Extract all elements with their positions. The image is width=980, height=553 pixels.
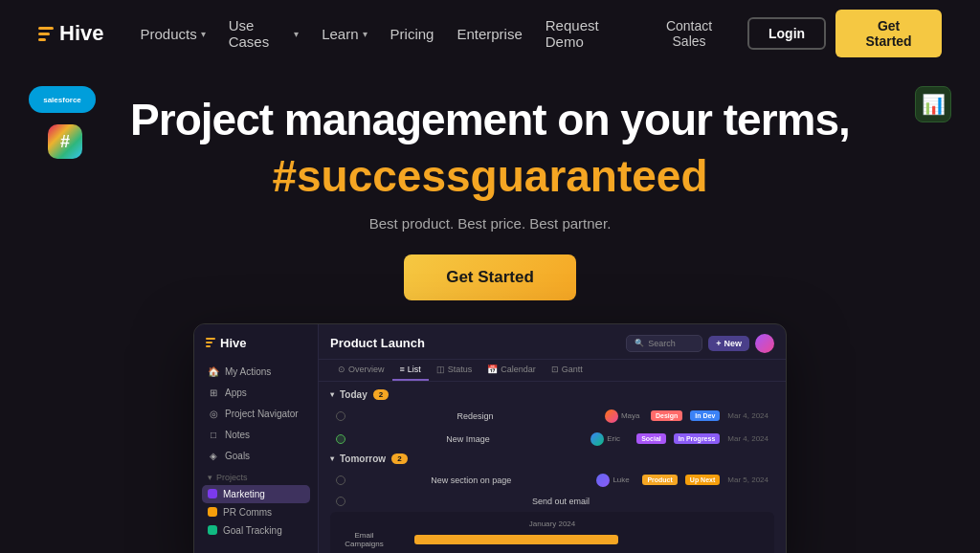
nav-left: Hive Products ▾ Use Cases ▾ Learn ▾ Pric… — [38, 11, 640, 55]
tag-design: Design — [651, 410, 682, 421]
nav-pricing[interactable]: Pricing — [381, 20, 444, 48]
tab-status[interactable]: ◫ Status — [429, 360, 480, 381]
task-check[interactable] — [336, 497, 345, 506]
logo-line-2 — [38, 33, 50, 35]
tab-calendar[interactable]: 📅 Calendar — [479, 360, 544, 381]
project-color-dot — [208, 489, 217, 498]
task-name: Send out email — [353, 497, 768, 506]
logo-text: Hive — [59, 21, 103, 46]
chevron-down-icon: ▾ — [363, 29, 368, 39]
table-row[interactable]: New section on page Luke Product Up Next… — [330, 470, 774, 491]
gantt-icon: ⊡ — [551, 365, 559, 374]
nav-right: Contact Sales Login Get Started — [640, 10, 942, 57]
project-color-dot — [208, 525, 217, 535]
user-avatar — [755, 334, 774, 353]
collapse-icon: ▾ — [330, 454, 334, 463]
collapse-icon: ▾ — [330, 390, 334, 399]
table-row[interactable]: New Image Eric Social In Progress Mar 4,… — [330, 429, 774, 450]
status-badge-inprog: In Progress — [674, 433, 721, 444]
slack-logo: # — [48, 124, 82, 159]
assignee-avatar — [596, 474, 610, 487]
tag-product: Product — [642, 475, 677, 485]
chevron-down-icon: ▾ — [294, 29, 299, 39]
task-assignee: Eric — [590, 432, 629, 446]
task-name: New section on page — [353, 476, 589, 485]
table-row[interactable]: Send out email — [330, 493, 774, 510]
task-check[interactable] — [336, 411, 345, 421]
list-icon: ≡ — [400, 365, 405, 374]
nav-use-cases[interactable]: Use Cases ▾ — [219, 11, 308, 55]
navbar: Hive Products ▾ Use Cases ▾ Learn ▾ Pric… — [0, 0, 980, 67]
status-badge-indev: In Dev — [690, 410, 720, 421]
table-row[interactable]: Redesign Maya Design In Dev Mar 4, 2024 — [330, 406, 774, 427]
sidebar-project-goal-tracking[interactable]: Goal Tracking — [202, 521, 310, 540]
sidebar-projects-section: ▾ Projects — [202, 467, 310, 485]
task-check[interactable] — [336, 434, 345, 444]
app-project-title: Product Launch — [330, 336, 425, 350]
hero-headline-1: Project management on your terms, — [38, 96, 942, 144]
navigator-icon: ◎ — [208, 409, 219, 419]
sidebar-project-pr-comms[interactable]: PR Comms — [202, 503, 310, 521]
hero-headline-2: #successguaranteed — [38, 150, 942, 202]
task-date: Mar 4, 2024 — [727, 434, 768, 443]
sidebar-item-my-actions[interactable]: 🏠 My Actions — [202, 362, 310, 382]
overview-icon: ⊙ — [338, 365, 345, 374]
assignee-avatar — [590, 432, 604, 446]
sidebar-item-goals[interactable]: ◈ Goals — [202, 446, 310, 466]
nav-request-demo[interactable]: Request Demo — [536, 11, 640, 55]
apps-icon: ⊞ — [208, 387, 219, 398]
gantt-row-label: Email Campaigns — [338, 531, 390, 548]
app-topbar: Product Launch 🔍 Search + New — [319, 324, 786, 360]
task-assignee: Maya — [605, 409, 643, 423]
nav-products[interactable]: Products ▾ — [130, 20, 214, 48]
tab-gantt[interactable]: ⊡ Gantt — [544, 360, 590, 381]
app-screenshot-container: Hive 🏠 My Actions ⊞ Apps ◎ Project Navig… — [193, 323, 787, 553]
task-name: Redesign — [353, 411, 597, 421]
get-started-hero-button[interactable]: Get Started — [404, 254, 576, 300]
nav-enterprise[interactable]: Enterprise — [447, 20, 531, 48]
app-screenshot: Hive 🏠 My Actions ⊞ Apps ◎ Project Navig… — [193, 323, 787, 553]
app-content: ▾ Today 2 Redesign Maya Design In Dev — [319, 382, 786, 553]
sidebar-item-apps[interactable]: ⊞ Apps — [202, 383, 310, 403]
login-button[interactable]: Login — [747, 17, 826, 50]
hero-section: salesforce # 📊 Project management on you… — [0, 67, 980, 553]
logo[interactable]: Hive — [38, 21, 103, 46]
sidebar-project-marketing[interactable]: Marketing — [202, 485, 310, 503]
plus-icon: + — [716, 339, 721, 348]
app-new-button[interactable]: + New — [708, 336, 749, 351]
sheets-icon: 📊 — [922, 93, 946, 116]
gantt-month: January 2024 — [338, 520, 767, 528]
tab-overview[interactable]: ⊙ Overview — [330, 360, 392, 381]
gantt-mini: January 2024 Email Campaigns — [330, 512, 774, 553]
status-badge-upnext: Up Next — [685, 475, 720, 485]
app-tabs: ⊙ Overview ≡ List ◫ Status 📅 Calendar — [319, 360, 786, 382]
group-badge: 2 — [373, 389, 389, 400]
status-icon: ◫ — [436, 365, 445, 374]
gantt-bar-container — [396, 535, 767, 544]
sidebar-item-project-navigator[interactable]: ◎ Project Navigator — [202, 404, 310, 424]
sheets-logo: 📊 — [915, 86, 951, 122]
get-started-nav-button[interactable]: Get Started — [835, 10, 942, 57]
task-assignee: Luke — [596, 474, 635, 487]
notes-icon: □ — [208, 430, 219, 440]
app-search-box[interactable]: 🔍 Search — [626, 335, 702, 352]
gantt-row: Email Campaigns — [338, 531, 767, 548]
app-main: Product Launch 🔍 Search + New — [319, 324, 786, 553]
sidebar-item-notes[interactable]: □ Notes — [202, 425, 310, 445]
nav-links: Products ▾ Use Cases ▾ Learn ▾ Pricing E… — [130, 11, 640, 55]
chevron-down-icon: ▾ — [201, 29, 206, 39]
slack-icon: # — [60, 132, 70, 152]
nav-learn[interactable]: Learn ▾ — [312, 20, 376, 48]
salesforce-label: salesforce — [43, 96, 81, 104]
task-check[interactable] — [336, 476, 345, 485]
sidebar-logo-icon — [206, 338, 215, 347]
group-today-header: ▾ Today 2 — [330, 389, 774, 400]
hero-subtext: Best product. Best price. Best partner. — [38, 215, 942, 232]
tag-social: Social — [636, 433, 666, 444]
logo-line-3 — [38, 38, 46, 41]
search-placeholder-text: Search — [648, 339, 676, 348]
tab-list[interactable]: ≡ List — [392, 360, 429, 381]
contact-sales-button[interactable]: Contact Sales — [640, 12, 738, 55]
task-date: Mar 4, 2024 — [727, 411, 768, 420]
logo-icon — [38, 27, 54, 41]
